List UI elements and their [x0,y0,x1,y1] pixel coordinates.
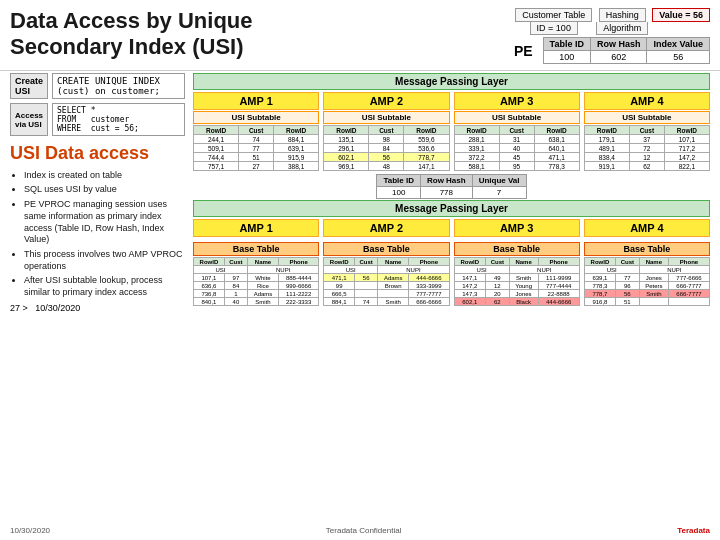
access-usi-label: Accessvia USI [10,103,48,136]
lookup-unique-val-header: Unique Val [472,175,526,187]
base-2: Base Table RowIDCustNamePhone USINUPI 47… [323,242,449,306]
pe-label: PE [514,43,533,59]
page-header: Data Access by Unique Secondary Index (U… [0,0,720,68]
index-value-header: Index Value [647,38,710,51]
header-table: Table ID Row Hash Index Value 100 602 56 [543,37,710,64]
hashing-label: Hashing [599,8,646,22]
amp-3-usi-label: USI Subtable [454,111,580,124]
bullet-1: Index is created on table [24,170,185,182]
title-block: Data Access by Unique Secondary Index (U… [10,8,253,61]
row-hash-header: Row Hash [590,38,647,51]
amp-2-bottom: AMP 2 [323,219,449,238]
hashing-area: Customer Table ID = 100 Hashing Algorith… [273,8,711,64]
amp-3-bottom-label: AMP 3 [454,219,580,237]
message-layer-top: Message Passing Layer [193,73,710,90]
footer-left: 27 > 10/30/2020 [10,303,185,313]
id-label: ID = 100 [530,22,578,35]
bullet-4: This process involves two AMP VPROC oper… [24,249,185,272]
value-label: Value = 56 [652,8,710,22]
amp-2-label: AMP 2 [323,92,449,110]
amp-1-usi-label: USI Subtable [193,111,319,124]
amp-2-table: RowIDCustRowID 135,198559,6 296,184536,6… [323,125,449,171]
amp-3-bottom: AMP 3 [454,219,580,238]
hashing-labels-row: Customer Table ID = 100 Hashing Algorith… [515,8,710,35]
index-value-val: 56 [647,51,710,64]
base-3-label: Base Table [454,242,580,256]
hashing-algo-block: Hashing Algorithm [596,8,648,35]
amp-4-usi-label: USI Subtable [584,111,710,124]
access-usi-code: SELECT * FROM customer WHERE cust = 56; [52,103,185,136]
customer-table-block: Customer Table ID = 100 [515,8,592,35]
base-4: Base Table RowIDCustNamePhone USINUPI 63… [584,242,710,306]
algorithm-label: Algorithm [596,22,648,35]
amp-4-top: AMP 4 USI Subtable RowIDCustRowID 179,13… [584,92,710,171]
lookup-table-id-header: Table ID [377,175,421,187]
message-layer-bottom: Message Passing Layer [193,200,710,217]
base-1: Base Table RowIDCustNamePhone USINUPI 10… [193,242,319,306]
amp-1-bottom: AMP 1 [193,219,319,238]
table-id-header: Table ID [543,38,590,51]
create-usi-code: CREATE UNIQUE INDEX (cust) on customer; [52,73,185,99]
amp-1-bottom-label: AMP 1 [193,219,319,237]
base-3-table: RowIDCustNamePhone USINUPI 147,149Smith1… [454,257,580,306]
footer-date: 10/30/2020 [10,526,50,535]
bullet-list: Index is created on table SQL uses USI b… [10,170,185,299]
usi-data-title: USI Data access [10,144,185,164]
right-panel: Message Passing Layer AMP 1 USI Subtable… [193,73,710,313]
footer-center: Teradata Confidential [326,526,402,535]
base-3: Base Table RowIDCustNamePhone USINUPI 14… [454,242,580,306]
amp-3-label: AMP 3 [454,92,580,110]
footer-bar: 10/30/2020 Teradata Confidential Teradat… [0,526,720,535]
create-usi-label: CreateUSI [10,73,48,99]
footer-logo: Teradata [677,526,710,535]
main-content: CreateUSI CREATE UNIQUE INDEX (cust) on … [0,73,720,313]
access-usi-row: Accessvia USI SELECT * FROM customer WHE… [10,103,185,136]
page-title: Data Access by Unique Secondary Index (U… [10,8,253,61]
amp-4-bottom-label: AMP 4 [584,219,710,237]
amp-2-top: AMP 2 USI Subtable RowIDCustRowID 135,19… [323,92,449,171]
amp-4-table: RowIDCustRowID 179,137107,1 489,172717,2… [584,125,710,171]
amp-2-usi-label: USI Subtable [323,111,449,124]
base-1-label: Base Table [193,242,319,256]
base-2-label: Base Table [323,242,449,256]
bullet-3: PE VPROC managing session uses same info… [24,199,185,246]
customer-table-label: Customer Table [515,8,592,22]
amp-1-top: AMP 1 USI Subtable RowIDCustRowID 244,17… [193,92,319,171]
amp-row-top: AMP 1 USI Subtable RowIDCustRowID 244,17… [193,92,710,171]
pe-row: PE Table ID Row Hash Index Value 100 602… [514,37,710,64]
lookup-table-id-val: 100 [377,187,421,199]
value-block: Value = 56 [652,8,710,22]
amp-1-label: AMP 1 [193,92,319,110]
left-panel: CreateUSI CREATE UNIQUE INDEX (cust) on … [10,73,185,313]
amp-4-bottom: AMP 4 [584,219,710,238]
amp-3-table: RowIDCustRowID 288,131638,1 339,140640,1… [454,125,580,171]
lookup-row-hash-val: 778 [420,187,472,199]
amp-4-label: AMP 4 [584,92,710,110]
amp-1-table: RowIDCustRowID 244,174884,1 509,177639,1… [193,125,319,171]
lookup-table-wrap: Table ID Row Hash Unique Val 100 778 7 [193,174,710,199]
lookup-table: Table ID Row Hash Unique Val 100 778 7 [376,174,526,199]
create-usi-row: CreateUSI CREATE UNIQUE INDEX (cust) on … [10,73,185,99]
table-id-val: 100 [543,51,590,64]
amp-3-top: AMP 3 USI Subtable RowIDCustRowID 288,13… [454,92,580,171]
base-1-table: RowIDCustNamePhone USINUPI 107,197White8… [193,257,319,306]
base-2-table: RowIDCustNamePhone USINUPI 471,156Adams4… [323,257,449,306]
bullet-5: After USI subtable lookup, process simil… [24,275,185,298]
lookup-unique-val-val: 7 [472,187,526,199]
amp-row-bottom: AMP 1 AMP 2 AMP 3 AMP 4 [193,219,710,238]
base-4-label: Base Table [584,242,710,256]
base-4-table: RowIDCustNamePhone USINUPI 639,177Jones7… [584,257,710,306]
amp-2-bottom-label: AMP 2 [323,219,449,237]
lookup-row-hash-header: Row Hash [420,175,472,187]
base-row: Base Table RowIDCustNamePhone USINUPI 10… [193,242,710,306]
bullet-2: SQL uses USI by value [24,184,185,196]
row-hash-val: 602 [590,51,647,64]
